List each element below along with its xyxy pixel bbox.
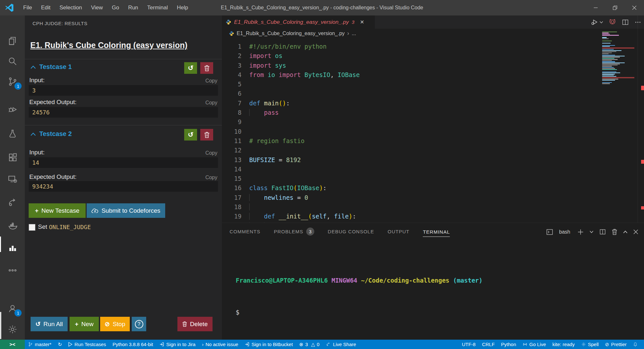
menu-go[interactable]: Go — [107, 0, 124, 15]
menu-view[interactable]: View — [87, 0, 108, 15]
stop-button[interactable]: ⊘Stop — [100, 317, 130, 331]
rerun-testcase-button[interactable]: ↺ — [184, 62, 197, 74]
status-item-sign-in-to-bitbucket[interactable]: Sign in to Bitbucket — [242, 340, 296, 349]
docker-icon[interactable] — [0, 217, 25, 235]
status-item-run-testcases[interactable]: Run Testcases — [65, 340, 109, 349]
testcase-2-label[interactable]: Testcase 2 — [39, 130, 72, 138]
split-editor-icon[interactable] — [622, 19, 629, 26]
explorer-icon[interactable] — [0, 32, 25, 50]
status-bar-left: master*↻Run TestcasesPython 3.8.8 64-bit… — [25, 340, 359, 349]
copy-output-1[interactable]: Copy — [205, 100, 217, 106]
status-item-bell[interactable] — [630, 340, 641, 349]
testcase-1-output[interactable]: 24576 — [29, 107, 218, 118]
panel-tab-output[interactable]: OUTPUT — [388, 229, 410, 235]
breadcrumb[interactable]: E1_Rubik_s_Cube_Coloring_easy_version_.p… — [222, 29, 644, 38]
live-share-icon[interactable] — [0, 193, 25, 212]
testcase-2-output[interactable]: 934234 — [29, 181, 218, 192]
status-item-sync[interactable]: ↻ — [55, 340, 65, 349]
status-item-errwarn[interactable]: ⊗3△0 — [296, 340, 323, 349]
status-item-prettier[interactable]: ⊘Prettier — [602, 340, 630, 349]
accounts-icon[interactable]: 1 — [0, 299, 25, 318]
kill-terminal-icon[interactable] — [612, 229, 617, 235]
status-item-no-active-issue[interactable]: ›No active issue — [199, 340, 242, 349]
chevron-up-icon[interactable] — [31, 132, 36, 136]
menu-help[interactable]: Help — [172, 0, 193, 15]
title-bar: FileEditSelectionViewGoRunTerminalHelp E… — [0, 0, 644, 15]
copy-output-2[interactable]: Copy — [205, 175, 217, 180]
delete-testcase-button[interactable] — [200, 62, 213, 74]
split-terminal-icon[interactable] — [599, 228, 606, 235]
testing-flask-icon[interactable] — [0, 124, 25, 143]
search-icon[interactable] — [0, 52, 25, 71]
status-item-utf-8[interactable]: UTF-8 — [459, 340, 479, 349]
source-control-icon[interactable]: 1 — [0, 72, 25, 91]
menu-terminal[interactable]: Terminal — [143, 0, 172, 15]
terminal-output[interactable]: Francisco@LAPTOP-A346PHL6 MINGW64 ~/Code… — [236, 254, 482, 339]
testcase-1-label[interactable]: Testcase 1 — [39, 63, 72, 71]
tab-active-file[interactable]: E1_Rubik_s_Cube_Coloring_easy_version_.p… — [222, 15, 375, 29]
vscode-window: FileEditSelectionViewGoRunTerminalHelp E… — [0, 0, 644, 349]
copy-input-2[interactable]: Copy — [205, 150, 217, 156]
panel-tab-problems[interactable]: PROBLEMS3 — [274, 228, 314, 236]
status-item-live-share[interactable]: Live Share — [323, 340, 359, 349]
more-actions-icon[interactable] — [634, 19, 641, 26]
more-actions-icon[interactable] — [0, 261, 25, 280]
status-item-python-3-8-8-64-bit[interactable]: Python 3.8.8 64-bit — [109, 340, 156, 349]
breadcrumb-symbol[interactable]: ... — [352, 31, 356, 36]
problem-title[interactable]: E1. Rubik's Cube Coloring (easy version) — [30, 41, 187, 50]
activity-scrollbar[interactable] — [0, 312, 1, 339]
panel-tab-terminal[interactable]: TERMINAL — [423, 229, 450, 237]
remote-indicator[interactable]: >< — [0, 340, 25, 349]
status-item-python[interactable]: Python — [498, 340, 519, 349]
panel-tabs: COMMENTSPROBLEMS3DEBUG CONSOLEOUTPUTTERM… — [230, 223, 450, 241]
panel-tab-comments[interactable]: COMMENTS — [230, 229, 260, 235]
copy-input-1[interactable]: Copy — [205, 78, 217, 84]
status-item-crlf[interactable]: CRLF — [479, 340, 498, 349]
menu-edit[interactable]: Edit — [36, 0, 55, 15]
status-item-master-[interactable]: master* — [25, 340, 55, 349]
tab-close-icon[interactable]: ✕ — [360, 19, 364, 25]
status-item-sign-in-to-jira[interactable]: Sign in to Jira — [156, 340, 199, 349]
panel-tab-debug-console[interactable]: DEBUG CONSOLE — [328, 229, 374, 235]
cph-cat-icon[interactable] — [609, 18, 616, 26]
restore-icon[interactable] — [605, 0, 625, 15]
breadcrumb-filename[interactable]: E1_Rubik_s_Cube_Coloring_easy_version_.p… — [237, 31, 345, 36]
testcase-2-input[interactable]: 14 — [29, 157, 218, 168]
extensions-icon[interactable] — [0, 148, 25, 167]
cph-results-icon[interactable] — [0, 238, 25, 257]
submit-codeforces-button[interactable]: Submit to Codeforces — [87, 203, 165, 218]
delete-testcase-button[interactable] — [200, 129, 213, 141]
status-item-spell[interactable]: Spell — [578, 340, 602, 349]
close-icon[interactable] — [625, 0, 644, 15]
terminal-cursor-line[interactable]: $ — [236, 307, 482, 318]
code-line: 17 newlines = 0 — [222, 193, 644, 202]
run-python-file-icon[interactable] — [591, 18, 603, 26]
minimap[interactable] — [602, 32, 634, 112]
shell-label[interactable]: bash — [559, 229, 570, 235]
menu-run[interactable]: Run — [124, 0, 143, 15]
menu-file[interactable]: File — [19, 0, 36, 15]
minimize-icon[interactable] — [586, 0, 605, 15]
tab-problem-count: 3 — [352, 19, 354, 25]
terminal-dropdown-icon[interactable] — [590, 230, 593, 233]
close-panel-icon[interactable] — [633, 229, 638, 234]
code-editor[interactable]: 1#!/usr/bin/env python2import os3import … — [222, 38, 644, 223]
new-button[interactable]: +New — [70, 317, 99, 331]
testcase-1-input[interactable]: 3 — [29, 85, 218, 96]
status-item-go-live[interactable]: Go Live — [519, 340, 549, 349]
status-item-kite-ready[interactable]: kite: ready — [549, 340, 578, 349]
chevron-up-icon[interactable] — [31, 65, 36, 69]
new-testcase-button[interactable]: +New Testcase — [29, 203, 86, 218]
online-judge-checkbox[interactable] — [29, 224, 35, 231]
new-terminal-icon[interactable] — [577, 229, 584, 235]
run-debug-icon[interactable] — [0, 100, 25, 119]
delete-button[interactable]: Delete — [177, 317, 213, 331]
expected-output-label: Expected Output: — [29, 99, 77, 106]
remote-explorer-icon[interactable] — [0, 170, 25, 189]
help-button[interactable]: ? — [132, 317, 146, 331]
menu-selection[interactable]: Selection — [55, 0, 87, 15]
rerun-testcase-button[interactable]: ↺ — [184, 129, 197, 141]
run-all-button[interactable]: ↺Run All — [31, 317, 68, 331]
settings-gear-icon[interactable] — [0, 320, 25, 339]
maximize-panel-icon[interactable] — [623, 230, 628, 234]
